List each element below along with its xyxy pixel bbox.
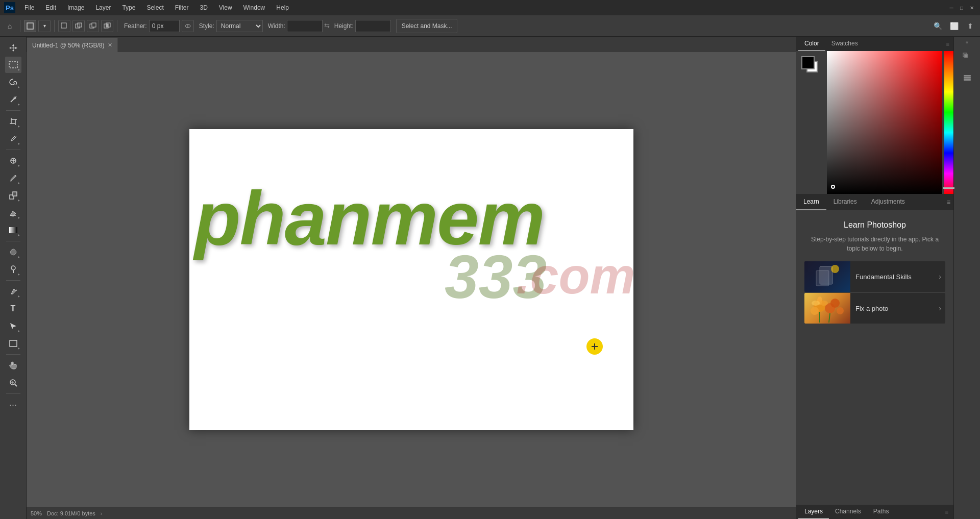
- add-selection-btn[interactable]: [72, 20, 85, 32]
- shape-tool[interactable]: ▸: [5, 335, 21, 352]
- fundamental-arrow: ›: [935, 273, 945, 281]
- menu-view[interactable]: View: [214, 3, 237, 13]
- crop-tool[interactable]: ▸: [5, 113, 21, 130]
- path-selection-tool[interactable]: ▸: [5, 318, 21, 334]
- svg-rect-53: [964, 54, 968, 58]
- learn-panel-tabs: Learn Libraries Adjustments ≡: [796, 194, 953, 210]
- heal-tool[interactable]: ▸: [5, 153, 21, 169]
- share-icon[interactable]: ⬆: [964, 19, 977, 33]
- feather-input[interactable]: [149, 20, 180, 32]
- more-tools-btn[interactable]: ···: [5, 397, 21, 413]
- menu-bar: File Edit Image Layer Type Select Filter…: [19, 3, 294, 13]
- svg-point-28: [11, 266, 15, 270]
- menu-file[interactable]: File: [19, 3, 39, 13]
- close-button[interactable]: ✕: [968, 4, 976, 12]
- menu-3d[interactable]: 3D: [194, 3, 212, 13]
- color-gradient-main: [827, 51, 942, 194]
- tool-sep-5: [6, 354, 20, 355]
- minimize-button[interactable]: ─: [947, 4, 955, 12]
- gradient-dark-overlay: [827, 51, 942, 194]
- tutorial-fix-photo[interactable]: Fix a photo ›: [804, 293, 945, 324]
- tab-swatches[interactable]: Swatches: [825, 37, 864, 51]
- menu-select[interactable]: Select: [141, 3, 168, 13]
- menu-type[interactable]: Type: [117, 3, 140, 13]
- width-height-area: Width: ⇆ Height:: [265, 20, 391, 32]
- svg-line-30: [16, 290, 17, 291]
- pen-tool[interactable]: ▸: [5, 283, 21, 300]
- tab-channels[interactable]: Channels: [829, 505, 867, 519]
- fundamental-label: Fundamental Skills: [850, 273, 935, 281]
- eraser-tool[interactable]: ▸: [5, 205, 21, 221]
- tab-color[interactable]: Color: [798, 37, 825, 51]
- dock-layers-icon[interactable]: [958, 68, 976, 87]
- marquee-tool[interactable]: ▸: [5, 57, 21, 73]
- width-input[interactable]: [287, 20, 323, 32]
- menu-layer[interactable]: Layer: [90, 3, 116, 13]
- svg-point-46: [837, 307, 844, 314]
- restore-button[interactable]: □: [958, 4, 966, 12]
- clone-tool[interactable]: ▸: [5, 187, 21, 204]
- menu-window[interactable]: Window: [238, 3, 271, 13]
- eyedropper-tool[interactable]: ▸: [5, 131, 21, 147]
- status-arrow-btn[interactable]: ›: [101, 510, 103, 516]
- tab-layers[interactable]: Layers: [798, 505, 829, 519]
- hue-strip[interactable]: [944, 51, 953, 194]
- menu-help[interactable]: Help: [271, 3, 294, 13]
- tool-sep-1: [6, 110, 20, 111]
- lasso-tool[interactable]: ▸: [5, 74, 21, 90]
- brush-tool[interactable]: ▸: [5, 170, 21, 186]
- swap-icon[interactable]: ⇆: [324, 22, 330, 30]
- svg-rect-12: [9, 62, 17, 68]
- subtract-selection-btn[interactable]: [87, 20, 99, 32]
- learn-panel-menu-btn[interactable]: ≡: [944, 194, 953, 210]
- tab-learn[interactable]: Learn: [796, 194, 826, 210]
- color-gradient-area[interactable]: [827, 51, 942, 194]
- hand-tool[interactable]: [5, 357, 21, 374]
- menu-image[interactable]: Image: [62, 3, 89, 13]
- tab-bar: Untitled-1 @ 50% (RGB/8) ✕: [27, 37, 796, 52]
- svg-line-48: [829, 313, 830, 323]
- tab-libraries[interactable]: Libraries: [826, 194, 864, 210]
- blur-tool[interactable]: ▸: [5, 244, 21, 260]
- dock-collapse-btn[interactable]: «: [966, 40, 968, 45]
- tab-paths[interactable]: Paths: [867, 505, 895, 519]
- svg-point-50: [820, 301, 828, 306]
- menu-filter[interactable]: Filter: [170, 3, 194, 13]
- style-select[interactable]: Normal Fixed Ratio Fixed Size: [216, 20, 263, 32]
- search-icon[interactable]: 🔍: [931, 19, 944, 33]
- tab-title: Untitled-1 @ 50% (RGB/8): [32, 42, 105, 49]
- canvas-viewport[interactable]: phanmem 333 .com: [27, 52, 796, 507]
- move-tool[interactable]: [5, 39, 21, 56]
- tutorial-fundamental[interactable]: Fundamental Skills ›: [804, 261, 945, 292]
- intersect-selection-btn[interactable]: [101, 20, 113, 32]
- dodge-tool[interactable]: ▸: [5, 261, 21, 278]
- foreground-swatch[interactable]: [801, 56, 815, 69]
- home-button[interactable]: ⌂: [3, 19, 16, 33]
- panels-main: Color Swatches ≡: [796, 37, 953, 519]
- tab-adjustments[interactable]: Adjustments: [864, 194, 912, 210]
- svg-point-44: [811, 307, 819, 315]
- tool-sep-3: [6, 241, 20, 241]
- height-input[interactable]: [355, 20, 391, 32]
- marquee-dropdown[interactable]: ▾: [38, 20, 51, 32]
- title-bar: Ps File Edit Image Layer Type Select Fil…: [0, 0, 980, 15]
- dock-color-icon[interactable]: [958, 48, 976, 66]
- options-right-area: 🔍 ⬜ ⬆: [931, 19, 977, 33]
- layers-panel-menu-btn[interactable]: ≡: [942, 505, 951, 519]
- text-tool[interactable]: T: [5, 301, 21, 317]
- left-toolbar: ▸ ▸ ▸ ▸ ▸ ▸ ▸ ▸: [0, 37, 27, 519]
- gradient-tool[interactable]: ▸: [5, 222, 21, 238]
- side-dock: «: [953, 37, 980, 519]
- color-panel-menu-btn[interactable]: ≡: [944, 37, 951, 51]
- marquee-rect-tool[interactable]: [24, 20, 36, 32]
- select-mask-button[interactable]: Select and Mask...: [396, 19, 458, 33]
- svg-rect-0: [27, 23, 33, 29]
- tab-close-btn[interactable]: ✕: [108, 42, 112, 48]
- hue-cursor: [943, 187, 954, 189]
- new-selection-btn[interactable]: [58, 20, 70, 32]
- screen-mode-icon[interactable]: ⬜: [947, 19, 961, 33]
- document-tab[interactable]: Untitled-1 @ 50% (RGB/8) ✕: [27, 38, 118, 52]
- magic-wand-tool[interactable]: ▸: [5, 91, 21, 108]
- menu-edit[interactable]: Edit: [40, 3, 61, 13]
- zoom-tool[interactable]: [5, 375, 21, 391]
